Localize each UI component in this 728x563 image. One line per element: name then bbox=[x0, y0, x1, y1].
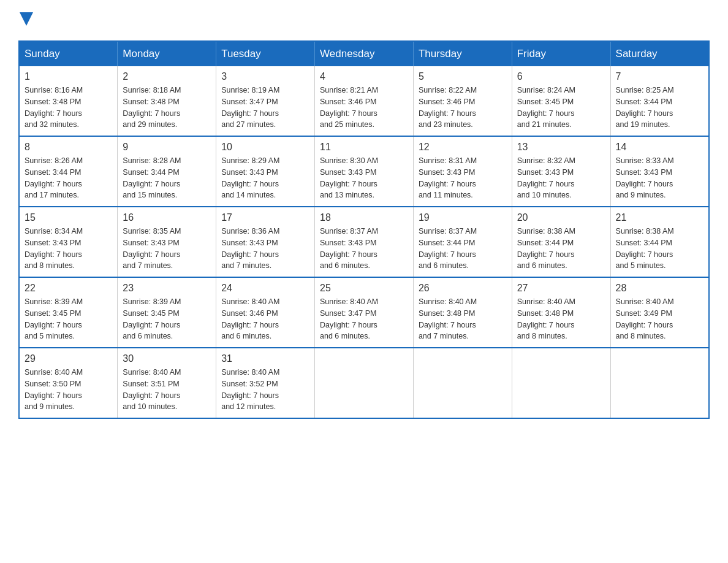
calendar-cell: 31 Sunrise: 8:40 AM Sunset: 3:52 PM Dayl… bbox=[216, 348, 315, 418]
day-number: 20 bbox=[517, 212, 605, 223]
day-number: 3 bbox=[221, 71, 309, 82]
day-info: Sunrise: 8:34 AM Sunset: 3:43 PM Dayligh… bbox=[25, 226, 112, 272]
calendar-cell: 29 Sunrise: 8:40 AM Sunset: 3:50 PM Dayl… bbox=[19, 348, 118, 418]
logo bbox=[18, 12, 33, 28]
day-info: Sunrise: 8:25 AM Sunset: 3:44 PM Dayligh… bbox=[616, 85, 703, 131]
header-tuesday: Tuesday bbox=[216, 41, 315, 66]
day-info: Sunrise: 8:40 AM Sunset: 3:49 PM Dayligh… bbox=[616, 296, 703, 342]
calendar-cell: 17 Sunrise: 8:36 AM Sunset: 3:43 PM Dayl… bbox=[216, 207, 315, 277]
calendar-cell bbox=[512, 348, 610, 418]
calendar-week-row: 29 Sunrise: 8:40 AM Sunset: 3:50 PM Dayl… bbox=[19, 348, 709, 418]
day-info: Sunrise: 8:39 AM Sunset: 3:45 PM Dayligh… bbox=[25, 296, 112, 342]
calendar-cell: 3 Sunrise: 8:19 AM Sunset: 3:47 PM Dayli… bbox=[216, 66, 315, 136]
day-number: 28 bbox=[616, 283, 703, 294]
day-info: Sunrise: 8:16 AM Sunset: 3:48 PM Dayligh… bbox=[25, 85, 112, 131]
calendar-cell bbox=[315, 348, 414, 418]
day-info: Sunrise: 8:40 AM Sunset: 3:50 PM Dayligh… bbox=[25, 367, 112, 413]
day-info: Sunrise: 8:40 AM Sunset: 3:48 PM Dayligh… bbox=[517, 296, 605, 342]
day-info: Sunrise: 8:40 AM Sunset: 3:46 PM Dayligh… bbox=[221, 296, 309, 342]
day-info: Sunrise: 8:37 AM Sunset: 3:44 PM Dayligh… bbox=[419, 226, 507, 272]
calendar-cell: 10 Sunrise: 8:29 AM Sunset: 3:43 PM Dayl… bbox=[216, 136, 315, 207]
calendar-cell: 6 Sunrise: 8:24 AM Sunset: 3:45 PM Dayli… bbox=[512, 66, 610, 136]
day-info: Sunrise: 8:19 AM Sunset: 3:47 PM Dayligh… bbox=[221, 85, 309, 131]
calendar-cell: 12 Sunrise: 8:31 AM Sunset: 3:43 PM Dayl… bbox=[413, 136, 512, 207]
header-friday: Friday bbox=[512, 41, 610, 66]
day-number: 9 bbox=[123, 142, 211, 153]
calendar-cell: 11 Sunrise: 8:30 AM Sunset: 3:43 PM Dayl… bbox=[315, 136, 414, 207]
calendar-cell: 2 Sunrise: 8:18 AM Sunset: 3:48 PM Dayli… bbox=[118, 66, 216, 136]
day-info: Sunrise: 8:37 AM Sunset: 3:43 PM Dayligh… bbox=[320, 226, 408, 272]
calendar-cell: 21 Sunrise: 8:38 AM Sunset: 3:44 PM Dayl… bbox=[610, 207, 709, 277]
day-number: 15 bbox=[25, 212, 112, 223]
calendar-cell: 22 Sunrise: 8:39 AM Sunset: 3:45 PM Dayl… bbox=[19, 277, 118, 348]
day-number: 21 bbox=[616, 212, 703, 223]
day-info: Sunrise: 8:24 AM Sunset: 3:45 PM Dayligh… bbox=[517, 85, 605, 131]
day-number: 6 bbox=[517, 71, 605, 82]
day-number: 26 bbox=[419, 283, 507, 294]
day-number: 25 bbox=[320, 283, 408, 294]
day-info: Sunrise: 8:39 AM Sunset: 3:45 PM Dayligh… bbox=[123, 296, 211, 342]
calendar-cell: 23 Sunrise: 8:39 AM Sunset: 3:45 PM Dayl… bbox=[118, 277, 216, 348]
day-number: 23 bbox=[123, 283, 211, 294]
calendar-cell: 19 Sunrise: 8:37 AM Sunset: 3:44 PM Dayl… bbox=[413, 207, 512, 277]
calendar-cell: 28 Sunrise: 8:40 AM Sunset: 3:49 PM Dayl… bbox=[610, 277, 709, 348]
page-header bbox=[18, 12, 710, 28]
calendar-week-row: 22 Sunrise: 8:39 AM Sunset: 3:45 PM Dayl… bbox=[19, 277, 709, 348]
calendar-cell: 25 Sunrise: 8:40 AM Sunset: 3:47 PM Dayl… bbox=[315, 277, 414, 348]
day-number: 31 bbox=[221, 353, 309, 364]
header-sunday: Sunday bbox=[19, 41, 118, 66]
calendar-week-row: 8 Sunrise: 8:26 AM Sunset: 3:44 PM Dayli… bbox=[19, 136, 709, 207]
header-saturday: Saturday bbox=[610, 41, 709, 66]
day-number: 18 bbox=[320, 212, 408, 223]
day-info: Sunrise: 8:36 AM Sunset: 3:43 PM Dayligh… bbox=[221, 226, 309, 272]
calendar-cell: 20 Sunrise: 8:38 AM Sunset: 3:44 PM Dayl… bbox=[512, 207, 610, 277]
calendar-cell: 26 Sunrise: 8:40 AM Sunset: 3:48 PM Dayl… bbox=[413, 277, 512, 348]
calendar-cell: 13 Sunrise: 8:32 AM Sunset: 3:43 PM Dayl… bbox=[512, 136, 610, 207]
calendar-cell: 16 Sunrise: 8:35 AM Sunset: 3:43 PM Dayl… bbox=[118, 207, 216, 277]
calendar-table: SundayMondayTuesdayWednesdayThursdayFrid… bbox=[18, 40, 710, 419]
day-number: 12 bbox=[419, 142, 507, 153]
day-info: Sunrise: 8:18 AM Sunset: 3:48 PM Dayligh… bbox=[123, 85, 211, 131]
day-number: 2 bbox=[123, 71, 211, 82]
svg-marker-0 bbox=[20, 12, 33, 26]
day-number: 17 bbox=[221, 212, 309, 223]
day-info: Sunrise: 8:40 AM Sunset: 3:51 PM Dayligh… bbox=[123, 367, 211, 413]
calendar-week-row: 1 Sunrise: 8:16 AM Sunset: 3:48 PM Dayli… bbox=[19, 66, 709, 136]
day-number: 22 bbox=[25, 283, 112, 294]
day-number: 30 bbox=[123, 353, 211, 364]
day-number: 24 bbox=[221, 283, 309, 294]
header-monday: Monday bbox=[118, 41, 216, 66]
day-number: 19 bbox=[419, 212, 507, 223]
header-wednesday: Wednesday bbox=[315, 41, 414, 66]
day-number: 16 bbox=[123, 212, 211, 223]
day-number: 14 bbox=[616, 142, 703, 153]
day-number: 10 bbox=[221, 142, 309, 153]
calendar-cell: 14 Sunrise: 8:33 AM Sunset: 3:43 PM Dayl… bbox=[610, 136, 709, 207]
calendar-cell: 18 Sunrise: 8:37 AM Sunset: 3:43 PM Dayl… bbox=[315, 207, 414, 277]
day-info: Sunrise: 8:22 AM Sunset: 3:46 PM Dayligh… bbox=[419, 85, 507, 131]
calendar-header-row: SundayMondayTuesdayWednesdayThursdayFrid… bbox=[19, 41, 709, 66]
day-number: 4 bbox=[320, 71, 408, 82]
header-thursday: Thursday bbox=[413, 41, 512, 66]
day-number: 11 bbox=[320, 142, 408, 153]
day-info: Sunrise: 8:40 AM Sunset: 3:47 PM Dayligh… bbox=[320, 296, 408, 342]
calendar-cell bbox=[413, 348, 512, 418]
logo-triangle-icon bbox=[20, 12, 33, 26]
calendar-cell: 9 Sunrise: 8:28 AM Sunset: 3:44 PM Dayli… bbox=[118, 136, 216, 207]
calendar-cell: 27 Sunrise: 8:40 AM Sunset: 3:48 PM Dayl… bbox=[512, 277, 610, 348]
day-number: 27 bbox=[517, 283, 605, 294]
calendar-cell: 4 Sunrise: 8:21 AM Sunset: 3:46 PM Dayli… bbox=[315, 66, 414, 136]
day-info: Sunrise: 8:38 AM Sunset: 3:44 PM Dayligh… bbox=[616, 226, 703, 272]
day-number: 8 bbox=[25, 142, 112, 153]
calendar-cell: 8 Sunrise: 8:26 AM Sunset: 3:44 PM Dayli… bbox=[19, 136, 118, 207]
day-info: Sunrise: 8:32 AM Sunset: 3:43 PM Dayligh… bbox=[517, 155, 605, 201]
calendar-cell: 30 Sunrise: 8:40 AM Sunset: 3:51 PM Dayl… bbox=[118, 348, 216, 418]
day-info: Sunrise: 8:31 AM Sunset: 3:43 PM Dayligh… bbox=[419, 155, 507, 201]
calendar-cell bbox=[610, 348, 709, 418]
day-info: Sunrise: 8:30 AM Sunset: 3:43 PM Dayligh… bbox=[320, 155, 408, 201]
calendar-week-row: 15 Sunrise: 8:34 AM Sunset: 3:43 PM Dayl… bbox=[19, 207, 709, 277]
day-info: Sunrise: 8:40 AM Sunset: 3:52 PM Dayligh… bbox=[221, 367, 309, 413]
day-info: Sunrise: 8:40 AM Sunset: 3:48 PM Dayligh… bbox=[419, 296, 507, 342]
day-number: 29 bbox=[25, 353, 112, 364]
day-info: Sunrise: 8:21 AM Sunset: 3:46 PM Dayligh… bbox=[320, 85, 408, 131]
